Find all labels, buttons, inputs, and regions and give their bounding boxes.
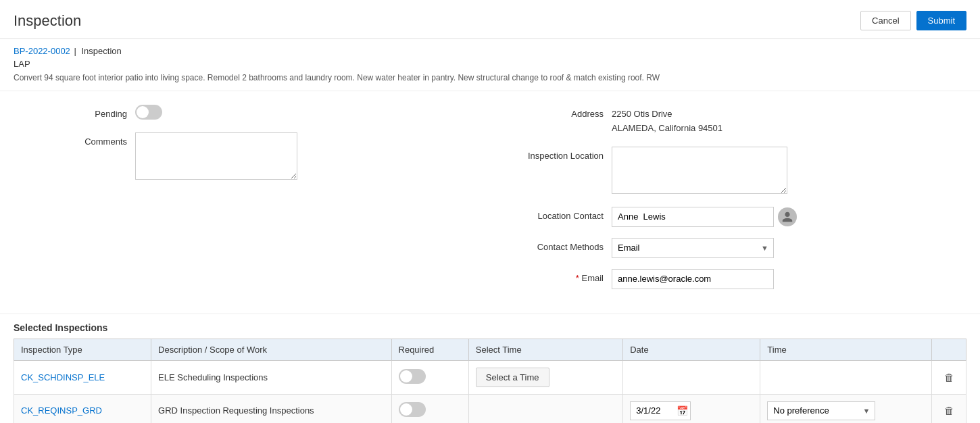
location-contact-control	[612, 207, 953, 227]
pending-toggle[interactable]	[135, 105, 162, 120]
row2-delete-icon[interactable]: 🗑	[944, 405, 954, 416]
form-right: Address 2250 Otis Drive ALAMEDA, Califor…	[504, 105, 953, 300]
row1-action-cell: 🗑	[932, 360, 966, 394]
row2-select-time-cell	[468, 394, 622, 423]
email-row: Email	[504, 269, 953, 289]
contact-avatar-icon[interactable]	[778, 207, 797, 226]
selected-inspections-title: Selected Inspections	[14, 322, 966, 333]
table-row: CK_SCHDINSP_ELE ELE Scheduling Inspectio…	[14, 360, 966, 394]
breadcrumb: BP-2022-0002 | Inspection LAP Convert 94…	[0, 39, 980, 91]
permit-link[interactable]: BP-2022-0002	[14, 46, 70, 56]
selected-inspections-section: Selected Inspections Inspection Type Des…	[0, 314, 980, 423]
comments-label: Comments	[27, 132, 135, 147]
col-header-required: Required	[391, 339, 468, 360]
comments-control	[135, 132, 476, 182]
row2-date-cell: 📅	[623, 394, 760, 423]
contact-methods-control: Email Phone Fax ▼	[612, 238, 953, 258]
page-title: Inspection	[14, 12, 81, 30]
contact-methods-select[interactable]: Email Phone Fax	[612, 238, 774, 258]
inspection-label: Inspection	[81, 46, 121, 56]
row1-type: CK_SCHDINSP_ELE	[14, 360, 151, 394]
table-header-row: Inspection Type Description / Scope of W…	[14, 339, 966, 360]
form-section: Pending Comments Address 2250 Otis Drive…	[0, 91, 980, 314]
col-header-action	[932, 339, 966, 360]
inspections-table: Inspection Type Description / Scope of W…	[14, 339, 966, 423]
inspection-location-row: Inspection Location	[504, 147, 953, 196]
header-buttons: Cancel Submit	[860, 11, 966, 30]
email-input[interactable]	[612, 269, 774, 289]
row1-delete-icon[interactable]: 🗑	[944, 372, 954, 383]
address-label: Address	[504, 105, 612, 119]
pending-label: Pending	[27, 105, 135, 119]
col-header-type: Inspection Type	[14, 339, 151, 360]
contact-methods-row: Contact Methods Email Phone Fax ▼	[504, 238, 953, 258]
email-control	[612, 269, 953, 289]
breadcrumb-separator: |	[74, 46, 76, 56]
row2-type-link[interactable]: CK_REQINSP_GRD	[21, 405, 102, 416]
row2-required-slider	[399, 402, 426, 417]
address-value: 2250 Otis Drive ALAMEDA, California 9450…	[612, 105, 953, 136]
row2-date-wrapper: 📅	[630, 401, 691, 420]
location-contact-row: Location Contact	[504, 207, 953, 227]
form-left: Pending Comments	[27, 105, 476, 300]
row2-time-select[interactable]: No preference Morning Afternoon Evening	[767, 401, 875, 420]
col-header-time: Time	[760, 339, 932, 360]
table-header: Inspection Type Description / Scope of W…	[14, 339, 966, 360]
address-row: Address 2250 Otis Drive ALAMEDA, Califor…	[504, 105, 953, 136]
comments-row: Comments	[27, 132, 476, 182]
breadcrumb-subtitle: LAP	[14, 59, 966, 69]
row2-description: GRD Inspection Requesting Inspections	[151, 394, 391, 423]
row1-description: ELE Scheduling Inspections	[151, 360, 391, 394]
row2-calendar-icon[interactable]: 📅	[677, 405, 688, 416]
row1-type-link[interactable]: CK_SCHDINSP_ELE	[21, 372, 105, 382]
row1-required-cell	[391, 360, 468, 394]
inspection-location-textarea[interactable]	[612, 147, 787, 194]
email-label: Email	[504, 269, 612, 283]
location-contact-label: Location Contact	[504, 207, 612, 221]
breadcrumb-links: BP-2022-0002 | Inspection	[14, 46, 966, 56]
pending-row: Pending	[27, 105, 476, 122]
address-line2: ALAMEDA, California 94501	[612, 122, 953, 136]
row1-required-slider	[399, 369, 426, 384]
comments-textarea[interactable]	[135, 132, 297, 180]
row2-time-cell: No preference Morning Afternoon Evening …	[760, 394, 932, 423]
row1-time-cell	[760, 360, 932, 394]
row2-required-toggle[interactable]	[399, 402, 426, 417]
page-header: Inspection Cancel Submit	[0, 0, 980, 39]
row1-date-cell	[623, 360, 760, 394]
row2-action-cell: 🗑	[932, 394, 966, 423]
row1-select-time-button[interactable]: Select a Time	[476, 368, 549, 387]
pending-slider	[135, 105, 162, 120]
location-contact-input[interactable]	[612, 207, 774, 227]
table-body: CK_SCHDINSP_ELE ELE Scheduling Inspectio…	[14, 360, 966, 423]
inspection-location-label: Inspection Location	[504, 147, 612, 161]
col-header-select-time: Select Time	[468, 339, 622, 360]
row2-type: CK_REQINSP_GRD	[14, 394, 151, 423]
inspection-location-control	[612, 147, 953, 196]
row1-required-toggle[interactable]	[399, 369, 426, 384]
col-header-date: Date	[623, 339, 760, 360]
contact-methods-select-wrapper: Email Phone Fax ▼	[612, 238, 774, 258]
contact-methods-label: Contact Methods	[504, 238, 612, 252]
breadcrumb-description: Convert 94 square foot interior patio in…	[14, 72, 966, 84]
row2-time-select-wrapper: No preference Morning Afternoon Evening …	[767, 401, 875, 420]
submit-button[interactable]: Submit	[916, 11, 966, 30]
row2-required-cell	[391, 394, 468, 423]
pending-control	[135, 105, 476, 122]
cancel-button[interactable]: Cancel	[860, 11, 910, 30]
address-line1: 2250 Otis Drive	[612, 107, 953, 122]
table-row: CK_REQINSP_GRD GRD Inspection Requesting…	[14, 394, 966, 423]
col-header-desc: Description / Scope of Work	[151, 339, 391, 360]
row1-select-time-cell: Select a Time	[468, 360, 622, 394]
